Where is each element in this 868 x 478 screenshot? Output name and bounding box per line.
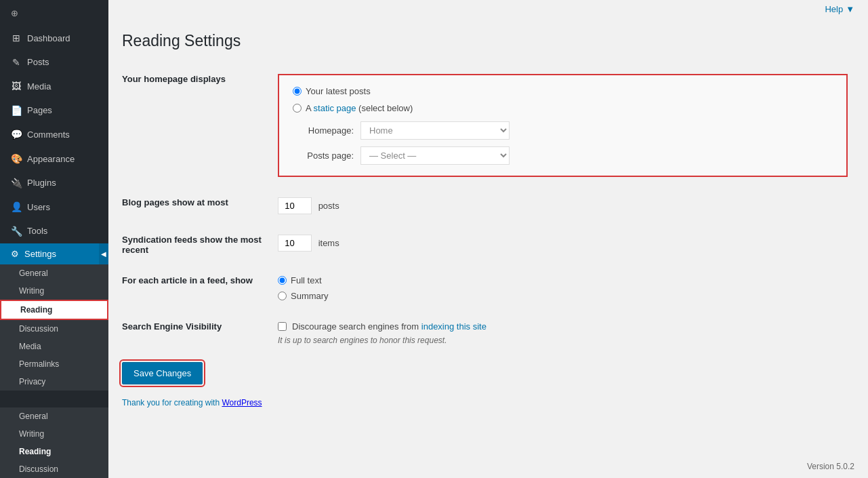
version-note: Version 5.0.2 (807, 462, 854, 471)
sidebar-item-dashboard[interactable]: ⊞ Dashboard (0, 26, 108, 51)
search-engine-label: Search Engine Visibility (122, 311, 271, 355)
submenu-item-permalinks[interactable]: Permalinks (0, 355, 108, 373)
settings-form: Your homepage displays Your latest posts (122, 64, 854, 407)
syndication-feeds-input[interactable] (278, 235, 312, 252)
homepage-section: Your latest posts A static page (select … (278, 74, 848, 177)
syndication-feeds-row: Syndication feeds show the most recent i… (122, 224, 854, 265)
syndication-feeds-label: Syndication feeds show the most recent (122, 224, 271, 265)
submenu-item-writing[interactable]: Writing (0, 282, 108, 300)
search-engine-cell: Discourage search engines from indexing … (271, 311, 854, 355)
sidebar-item-posts[interactable]: ✎ Posts (0, 51, 108, 75)
sidebar-item-label: Users (27, 201, 50, 214)
syndication-feeds-suffix: items (318, 238, 339, 248)
search-engine-row: Search Engine Visibility Discourage sear… (122, 311, 854, 355)
sidebar-item-users[interactable]: 👤 Users (0, 195, 108, 220)
blog-pages-cell: posts (271, 187, 854, 224)
save-changes-button[interactable]: Save Changes (122, 362, 203, 384)
homepage-displays-cell: Your latest posts A static page (select … (271, 64, 854, 187)
sidebar-item-label: Media (27, 81, 51, 93)
bottom-submenu-discussion[interactable]: Discussion (0, 460, 108, 478)
wordpress-link[interactable]: WordPress (222, 398, 262, 407)
indexing-link[interactable]: indexing this site (421, 321, 487, 332)
article-feed-cell: Full text Summary (271, 265, 854, 311)
footer-note: Thank you for creating with WordPress (122, 398, 854, 407)
static-page-row: A static page (select below) (293, 103, 833, 113)
sidebar-logo: ⊕ (0, 0, 108, 26)
full-text-label[interactable]: Full text (291, 275, 322, 285)
settings-arrow-icon: ◀ (99, 243, 108, 264)
syndication-feeds-cell: items (271, 224, 854, 265)
homepage-select-row: Homepage: Home (293, 121, 833, 140)
sidebar-item-label: Dashboard (27, 33, 70, 45)
submenu-item-general[interactable]: General (0, 264, 108, 282)
summary-row: Summary (278, 291, 848, 301)
search-engine-checkbox-row: Discourage search engines from indexing … (278, 321, 848, 332)
search-engine-note: It is up to search engines to honor this… (278, 336, 848, 345)
content-area: Reading Settings Your homepage displays (108, 18, 868, 478)
static-page-radio-label[interactable]: A static page (select below) (306, 103, 413, 113)
posts-page-select[interactable]: — Select — (360, 146, 510, 165)
help-arrow-icon: ▼ (846, 4, 854, 14)
sidebar-item-label: Plugins (27, 177, 56, 189)
sidebar-item-tools[interactable]: 🔧 Tools (0, 220, 108, 244)
homepage-displays-row: Your homepage displays Your latest posts (122, 64, 854, 187)
form-table: Your homepage displays Your latest posts (122, 64, 854, 355)
topbar: Help ▼ (108, 0, 868, 18)
page-select-section: Homepage: Home Posts page: — Select (293, 121, 833, 165)
blog-pages-row: Blog pages show at most posts (122, 187, 854, 224)
feed-radio-group: Full text Summary (278, 275, 848, 301)
help-button[interactable]: Help ▼ (825, 4, 854, 14)
settings-label: Settings (24, 249, 56, 259)
submenu-item-privacy[interactable]: Privacy (0, 373, 108, 391)
sidebar-item-appearance[interactable]: 🎨 Appearance (0, 147, 108, 172)
posts-page-select-label: Posts page: (293, 151, 354, 161)
sidebar: ⊕ ⊞ Dashboard ✎ Posts 🖼 Media 📄 Pages 💬 … (0, 0, 108, 478)
summary-label[interactable]: Summary (291, 291, 329, 301)
sidebar-item-pages[interactable]: 📄 Pages (0, 99, 108, 123)
comments-icon: 💬 (11, 128, 22, 142)
submenu-item-reading[interactable]: Reading (0, 300, 108, 320)
sidebar-item-label: Appearance (27, 153, 75, 165)
pages-icon: 📄 (11, 104, 22, 118)
sidebar-item-media[interactable]: 🖼 Media (0, 75, 108, 99)
homepage-radio-group: Your latest posts A static page (select … (293, 86, 833, 113)
blog-pages-suffix: posts (318, 201, 339, 211)
bottom-submenu-general[interactable]: General (0, 407, 108, 425)
homepage-select[interactable]: Home (360, 121, 510, 140)
summary-radio[interactable] (278, 292, 287, 300)
dashboard-icon: ⊞ (11, 32, 22, 45)
homepage-select-label: Homepage: (293, 125, 354, 136)
help-label: Help (825, 4, 843, 14)
submenu-item-discussion[interactable]: Discussion (0, 320, 108, 338)
full-text-row: Full text (278, 275, 848, 285)
bottom-submenu: General Writing Reading Discussion (0, 407, 108, 478)
latest-posts-radio-label[interactable]: Your latest posts (306, 86, 371, 96)
main-content: Help ▼ Reading Settings Your homepage di… (108, 0, 868, 478)
sidebar-item-comments[interactable]: 💬 Comments (0, 123, 108, 147)
search-engine-checkbox-label[interactable]: Discourage search engines from indexing … (292, 321, 487, 332)
submenu-item-media[interactable]: Media (0, 338, 108, 355)
article-feed-label: For each article in a feed, show (122, 265, 271, 311)
tools-icon: 🔧 (11, 225, 22, 239)
blog-pages-input[interactable] (278, 197, 312, 214)
bottom-submenu-reading[interactable]: Reading (0, 443, 108, 460)
search-engine-checkbox[interactable] (278, 322, 287, 331)
sidebar-item-label: Tools (27, 225, 47, 237)
latest-posts-radio[interactable] (293, 87, 302, 96)
homepage-displays-label: Your homepage displays (122, 64, 271, 187)
settings-submenu: General Writing Reading Discussion Media… (0, 264, 108, 391)
sidebar-item-settings[interactable]: ⚙ Settings ◀ (0, 243, 108, 264)
page-title: Reading Settings (122, 32, 854, 50)
appearance-icon: 🎨 (11, 153, 22, 166)
settings-icon: ⚙ (11, 249, 19, 259)
bottom-submenu-writing[interactable]: Writing (0, 425, 108, 443)
sidebar-item-plugins[interactable]: 🔌 Plugins (0, 172, 108, 196)
static-page-link[interactable]: static page (314, 103, 356, 113)
static-page-radio[interactable] (293, 104, 302, 113)
posts-icon: ✎ (11, 56, 22, 70)
users-icon: 👤 (11, 201, 22, 214)
wp-logo-icon: ⊕ (11, 8, 18, 18)
full-text-radio[interactable] (278, 276, 287, 285)
article-feed-row: For each article in a feed, show Full te… (122, 265, 854, 311)
latest-posts-row: Your latest posts (293, 86, 833, 96)
